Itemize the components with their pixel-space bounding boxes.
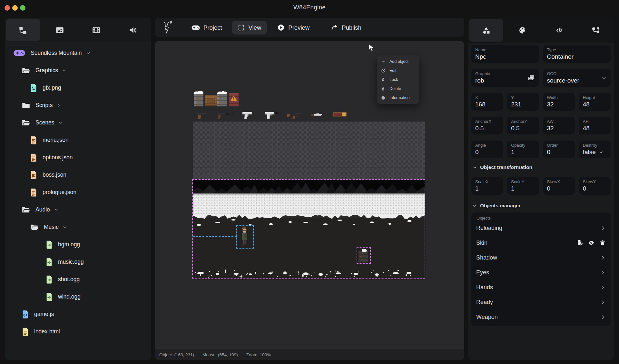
menu-item-add-object[interactable]: Add object — [377, 57, 419, 66]
sprite-rifle[interactable] — [286, 112, 303, 119]
field-graphic[interactable]: Graphicrob — [471, 69, 539, 87]
tree-item-prologue-json[interactable]: prologue.json — [5, 183, 151, 201]
folder-open-icon — [22, 205, 30, 214]
field-anchorx[interactable]: AnchorX0.5 — [471, 117, 503, 134]
file-tree: Soundless Mountain Graphics gfx.png Scri… — [5, 44, 151, 360]
field-scaley[interactable]: ScaleY1 — [507, 177, 539, 195]
shapes-icon — [482, 26, 490, 34]
tree-item-bgm-ogg[interactable]: bgm.ogg — [5, 236, 151, 253]
snow-dot — [200, 274, 201, 276]
snow-dot — [388, 223, 391, 225]
tree-item-music-ogg[interactable]: music.ogg — [5, 253, 151, 271]
section-objects-manager[interactable]: Objects manager — [472, 203, 521, 209]
snow-dot — [337, 271, 338, 272]
menu-item-information[interactable]: Information — [377, 93, 419, 102]
field-name[interactable]: NameNpc — [471, 45, 539, 63]
field-width[interactable]: Width32 — [543, 93, 575, 111]
field-opacity[interactable]: Opacity1 — [507, 141, 539, 158]
sidebar-tab-video[interactable] — [78, 18, 115, 43]
field-angle[interactable]: Angle0 — [471, 141, 503, 158]
preview-button[interactable]: Preview — [272, 21, 315, 34]
sprite-snow-barrel[interactable] — [193, 90, 204, 107]
sprite-silver-pistol[interactable] — [242, 111, 253, 119]
sidebar-tab-images[interactable] — [42, 18, 78, 43]
field-gco[interactable]: GCOsource-over — [543, 69, 611, 87]
menu-item-delete[interactable]: Delete — [377, 84, 419, 93]
tree-item-project[interactable]: Soundless Mountain — [5, 44, 151, 62]
trash-icon[interactable] — [599, 240, 606, 246]
section-object-transformation[interactable]: Object transformation — [472, 164, 532, 170]
tree-item-scripts[interactable]: Scripts — [5, 96, 151, 114]
menu-item-edit[interactable]: Edit — [377, 66, 419, 75]
tree-item-wind-ogg[interactable]: wind.ogg — [5, 288, 151, 305]
tree-item-graphics[interactable]: Graphics — [5, 62, 151, 79]
edit-document-icon[interactable] — [577, 240, 583, 246]
sprite-npc[interactable] — [241, 227, 248, 247]
tree-item-options-json[interactable]: options.json — [5, 149, 151, 166]
view-button[interactable]: View — [232, 21, 267, 34]
info-icon — [381, 96, 385, 100]
field-aw[interactable]: AW32 — [543, 117, 575, 134]
sidebar-tab-audio[interactable] — [115, 18, 152, 43]
wolf-logo[interactable] — [161, 21, 173, 35]
sprite-snow-barrel[interactable] — [216, 90, 228, 107]
inspector-tab-code[interactable] — [541, 18, 578, 43]
snow-dot — [247, 273, 248, 274]
snow-dot — [407, 272, 412, 274]
sprite-bed[interactable] — [332, 111, 347, 118]
sprite-knife[interactable] — [310, 113, 323, 117]
json-file-icon — [30, 153, 37, 162]
tree-item-game-js[interactable]: game.js — [5, 305, 151, 323]
chevron-down-icon[interactable] — [601, 75, 607, 81]
object-item-weapon[interactable]: Weapon — [471, 310, 611, 324]
field-height[interactable]: Height48 — [579, 93, 611, 111]
audio-file-icon — [45, 258, 53, 266]
sprite-snow-rock[interactable] — [358, 249, 369, 263]
object-item-eyes[interactable]: Eyes — [471, 265, 611, 280]
object-item-skin[interactable]: Skin — [471, 235, 611, 250]
sprite-crate[interactable] — [205, 95, 217, 107]
field-y[interactable]: Y231 — [507, 93, 539, 111]
snow-dot — [298, 274, 299, 275]
sprite-pistol[interactable] — [196, 111, 208, 119]
eye-icon[interactable] — [588, 240, 594, 246]
sprite-pistol-extended[interactable] — [216, 111, 234, 119]
sprite-silenced-pistol[interactable] — [265, 111, 279, 119]
field-order[interactable]: Order0 — [543, 141, 575, 158]
field-x[interactable]: X168 — [471, 93, 503, 111]
sprite-hazard-barrel[interactable] — [228, 91, 240, 107]
tree-item-boss-json[interactable]: boss.json — [5, 166, 151, 183]
tree-item-scenes[interactable]: Scenes — [5, 114, 151, 131]
tree-item-music[interactable]: Music — [5, 218, 151, 236]
field-type[interactable]: TypeContainer — [543, 45, 611, 63]
snow-dot — [209, 271, 210, 272]
field-skewy[interactable]: SkewY0 — [579, 177, 611, 195]
tree-item-gfx-png[interactable]: gfx.png — [5, 79, 151, 96]
field-scalex[interactable]: ScaleX1 — [471, 177, 503, 195]
images-icon[interactable] — [527, 74, 535, 82]
tree-item-shot-ogg[interactable]: shot.ogg — [5, 271, 151, 288]
chevron-down-icon — [54, 207, 59, 212]
inspector-tab-nodes[interactable] — [578, 18, 614, 43]
object-item-reloading[interactable]: Reloading — [471, 221, 611, 235]
project-button[interactable]: Project — [186, 21, 228, 34]
field-destroy[interactable]: Destroyfalse — [579, 141, 611, 158]
tree-item-menu-json[interactable]: menu.json — [5, 131, 151, 149]
tree-item-audio[interactable]: Audio — [5, 201, 151, 218]
snow-dot — [210, 276, 210, 277]
inspector-tab-shapes[interactable] — [468, 18, 505, 43]
publish-button[interactable]: Publish — [325, 21, 367, 34]
scene-canvas[interactable]: Add object Edit Lock Delete Information … — [155, 41, 464, 360]
tree-item-index-html[interactable]: index.html — [5, 323, 151, 340]
object-item-shadow[interactable]: Shadow — [471, 250, 611, 265]
publish-arrow-icon — [331, 24, 338, 31]
menu-item-lock[interactable]: Lock — [377, 75, 419, 84]
json-file-icon — [30, 171, 37, 179]
object-item-ready[interactable]: Ready — [471, 295, 611, 310]
sidebar-tab-hierarchy[interactable] — [5, 18, 42, 43]
inspector-tab-appearance[interactable] — [505, 18, 541, 43]
object-item-hands[interactable]: Hands — [471, 280, 611, 295]
field-skewx[interactable]: SkewX0 — [543, 177, 575, 195]
field-anchory[interactable]: AnchorY0.5 — [507, 117, 539, 134]
field-ah[interactable]: AH48 — [579, 117, 611, 134]
